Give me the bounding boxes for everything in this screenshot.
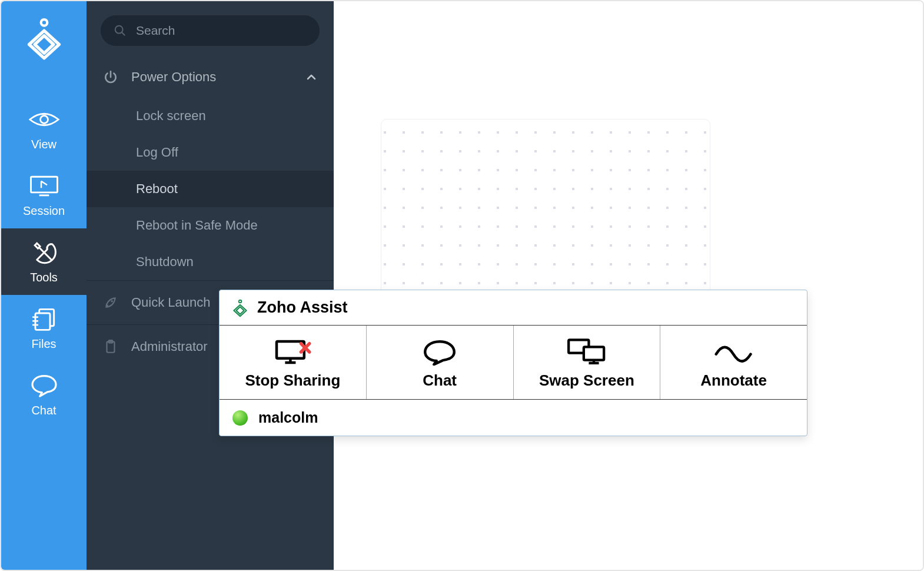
clipboard-icon: [103, 339, 118, 354]
assist-annotate[interactable]: Annotate: [660, 326, 807, 399]
assist-actions-row: Stop Sharing Chat: [220, 326, 807, 400]
main-area: [334, 1, 923, 570]
power-safe-mode[interactable]: Reboot in Safe Mode: [87, 207, 334, 244]
annotate-icon: [713, 338, 755, 366]
svg-rect-2: [31, 177, 57, 192]
svg-point-9: [115, 26, 123, 34]
rail-item-chat[interactable]: Chat: [1, 361, 87, 428]
files-icon: [29, 307, 59, 331]
side-panel: Power Options Lock screen Log Off Reboot…: [87, 1, 334, 570]
assist-annotate-label: Annotate: [700, 371, 767, 390]
assist-logo-icon: [231, 299, 249, 317]
search-input[interactable]: [136, 24, 307, 38]
power-shutdown[interactable]: Shutdown: [87, 244, 334, 280]
assist-status-row: malcolm: [220, 400, 807, 436]
swap-screen-icon: [566, 338, 608, 366]
assist-swap-screen-label: Swap Screen: [539, 371, 634, 390]
rail-label-tools: Tools: [30, 271, 58, 284]
rail-item-tools[interactable]: Tools: [1, 228, 87, 295]
rocket-icon: [103, 295, 118, 310]
svg-point-1: [40, 116, 48, 124]
power-icon: [103, 69, 118, 85]
power-log-off[interactable]: Log Off: [87, 134, 334, 171]
status-username: malcolm: [258, 409, 318, 426]
svg-rect-19: [584, 347, 604, 360]
svg-point-14: [239, 300, 242, 303]
icon-rail: View Session Tools: [1, 1, 87, 570]
assist-stop-sharing[interactable]: Stop Sharing: [220, 326, 367, 399]
assist-chat-label: Chat: [423, 371, 457, 390]
assist-header: Zoho Assist: [220, 290, 807, 326]
app-logo: [24, 13, 65, 66]
power-reboot[interactable]: Reboot: [87, 171, 334, 207]
assist-stop-sharing-label: Stop Sharing: [245, 371, 340, 390]
search-input-wrap[interactable]: [101, 15, 320, 46]
rail-item-view[interactable]: View: [1, 95, 87, 162]
assist-title: Zoho Assist: [257, 298, 348, 317]
stop-sharing-icon: [271, 338, 314, 366]
search-icon: [114, 24, 127, 37]
assist-toolbar: Zoho Assist Stop Sharing: [219, 290, 807, 436]
power-options-title: Power Options: [131, 69, 305, 85]
svg-point-11: [111, 300, 112, 302]
assist-chat-icon: [418, 338, 461, 366]
chat-bubble-icon: [29, 373, 59, 398]
svg-line-10: [122, 32, 125, 36]
rail-label-files: Files: [31, 337, 56, 351]
rail-label-chat: Chat: [31, 404, 56, 417]
chevron-up-icon: [305, 71, 317, 83]
assist-chat[interactable]: Chat: [367, 326, 514, 399]
tools-icon: [29, 240, 59, 265]
status-online-icon: [232, 410, 248, 426]
rail-item-files[interactable]: Files: [1, 295, 87, 361]
rail-label-session: Session: [23, 204, 65, 218]
quick-launch-label: Quick Launch: [131, 295, 211, 310]
eye-icon: [29, 107, 59, 132]
monitor-icon: [29, 174, 59, 198]
rail-item-session[interactable]: Session: [1, 162, 87, 228]
power-options-header[interactable]: Power Options: [87, 52, 334, 98]
svg-point-0: [41, 19, 47, 26]
rail-label-view: View: [31, 138, 56, 151]
assist-swap-screen[interactable]: Swap Screen: [514, 326, 661, 399]
administrator-label: Administrator: [131, 339, 208, 354]
app-window: View Session Tools: [0, 0, 924, 571]
power-lock-screen[interactable]: Lock screen: [87, 98, 334, 134]
